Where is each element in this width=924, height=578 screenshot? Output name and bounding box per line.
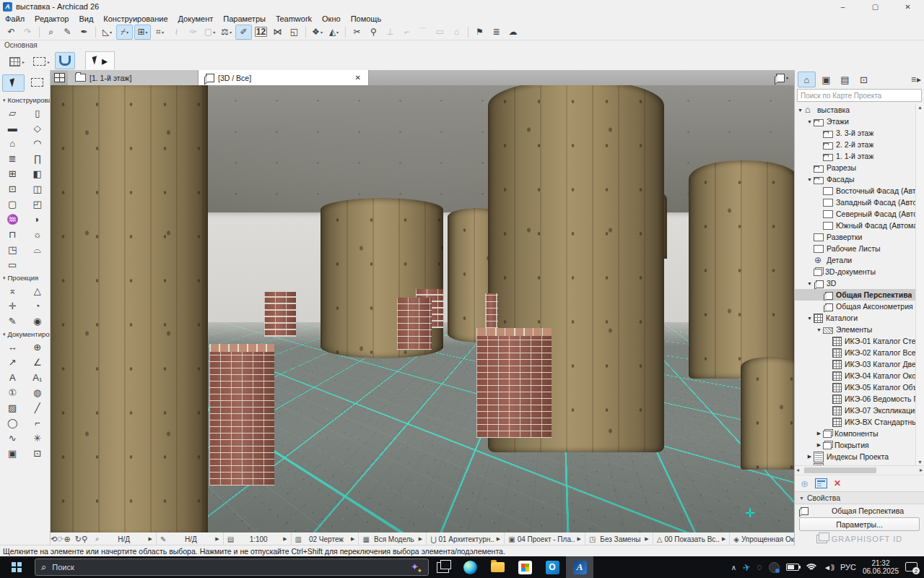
element-info-button[interactable]: ≣ — [489, 25, 504, 39]
network-status-icon[interactable] — [769, 562, 780, 573]
wood-column-left[interactable] — [51, 85, 208, 532]
tool-level-dimension[interactable]: ⊕ — [26, 340, 48, 355]
navigator-menu-button[interactable]: ≡▸ — [911, 74, 921, 85]
tool-mesh[interactable]: ♒ — [1, 212, 24, 227]
explore-walk-button[interactable]: ⚲ — [82, 535, 87, 544]
tree-item[interactable]: ИКЭ-07 Экспликация 1-й этаж — [795, 405, 916, 416]
tree-item[interactable]: ▶Компоненты — [795, 428, 916, 439]
archicad-taskbar-button[interactable]: A — [566, 556, 593, 578]
tool-wall-end[interactable]: ▭ — [1, 257, 24, 272]
tool-elevation[interactable]: △ — [26, 283, 48, 298]
tree-item[interactable]: Восточный Фасад (Автоматическ — [795, 185, 916, 197]
tree-expand-icon[interactable]: ▼ — [806, 177, 814, 182]
tree-expand-icon[interactable]: ▶ — [815, 442, 823, 448]
start-button[interactable] — [0, 556, 33, 578]
brick-pillar-5[interactable] — [476, 328, 552, 438]
tool-zone-doc[interactable]: ◍ — [26, 385, 48, 400]
3d-viewport[interactable]: ✛ — [51, 85, 794, 532]
tool-beam[interactable]: ▬ — [1, 121, 24, 136]
tool-marquee-tool[interactable] — [27, 74, 48, 90]
tree-expand-icon[interactable]: ▼ — [796, 108, 804, 113]
graphisoft-id[interactable]: GRAPHISOFT ID — [795, 532, 924, 545]
coordinate-snap-button[interactable]: ⊞▾ — [134, 25, 151, 40]
group-button[interactable]: ▢▾ — [202, 25, 217, 39]
minimize-button[interactable]: – — [827, 0, 859, 13]
snap-reference-dropdown-icon[interactable]: ▾ — [126, 30, 128, 35]
suspend-groups-dropdown-icon[interactable]: ▾ — [230, 30, 232, 35]
tool-stair[interactable]: ≣ — [1, 151, 24, 166]
menu-item-5[interactable]: Параметры — [218, 14, 271, 23]
layer-combination-dropdown-icon[interactable]: ▶ — [351, 536, 354, 542]
battery-icon[interactable] — [786, 564, 799, 571]
marquee-options-button[interactable]: ▸ — [30, 53, 53, 69]
toolset-group-dropdown-icon[interactable]: ▸ — [22, 59, 25, 64]
tool-zone-stamp[interactable]: ① — [1, 385, 24, 400]
tree-item[interactable]: Детали — [795, 254, 916, 266]
view-back-button[interactable]: ⟲ — [51, 535, 57, 544]
tool-circle-arc[interactable]: ◯ — [1, 415, 24, 431]
tree-expand-icon[interactable]: ▼ — [806, 281, 814, 286]
explorer-button[interactable] — [484, 556, 511, 578]
properties-section[interactable]: ▼ Свойства — [795, 491, 924, 504]
tree-item[interactable]: ИКЭ-ВХ Стандартный Каталог I — [795, 416, 916, 428]
current-view-setting-dropdown-icon[interactable]: ▶ — [149, 536, 152, 542]
taskbar-search[interactable]: ⌕ Поиск ✦✦ — [35, 558, 429, 576]
snap-reference-button[interactable]: ⌿▾ — [116, 25, 133, 40]
wood-column-right[interactable] — [689, 160, 794, 379]
tree-expand-icon[interactable]: ▼ — [806, 119, 814, 124]
store-button[interactable] — [511, 556, 539, 578]
maximize-button[interactable]: ▢ — [859, 0, 892, 13]
project-map-button[interactable]: ⌂ — [798, 72, 816, 87]
renovation-button[interactable]: ✐ — [235, 25, 252, 40]
brick-pillar-2[interactable] — [264, 292, 296, 337]
tool-hotspot[interactable]: ✳ — [26, 431, 48, 446]
suspend-groups-button[interactable]: ⚖▾ — [219, 25, 234, 39]
close-button[interactable]: ✕ — [892, 0, 924, 13]
toolset-group-button[interactable]: ▸ — [6, 53, 28, 69]
renovation-filter-selector[interactable]: △00 Показать Вс..▶ — [653, 532, 731, 545]
style-3d-selector[interactable]: ◈Упрощенная Ок..▶ — [730, 532, 794, 545]
tree-expand-icon[interactable]: ▼ — [815, 327, 823, 332]
tool-label[interactable]: A₁ — [26, 370, 48, 385]
view-forward-button[interactable]: ⟳ — [57, 535, 64, 544]
graphic-override-dropdown-icon[interactable]: ▶ — [645, 536, 648, 542]
inject-parameters-button[interactable]: ✒ — [77, 25, 92, 39]
tree-item[interactable]: 3. 3-й этаж — [795, 127, 916, 139]
popup-navigator-icon[interactable] — [776, 74, 785, 82]
menu-item-8[interactable]: Помощь — [346, 14, 387, 23]
current-view-setting-selector[interactable]: ⌕Н/Д▶ — [92, 532, 157, 545]
menu-item-1[interactable]: Редактор — [30, 14, 74, 23]
menu-item-3[interactable]: Конструирование — [98, 14, 173, 23]
menu-item-2[interactable]: Вид — [74, 14, 98, 23]
wood-column-right-near[interactable] — [741, 357, 794, 470]
tree-item[interactable]: 2. 2-й этаж — [795, 139, 916, 150]
rotate-ops-button[interactable]: ◭▾ — [326, 25, 341, 39]
tool-light[interactable]: ☼ — [26, 227, 48, 242]
tree-item[interactable]: Западный Фасад (Автоматически — [795, 197, 916, 208]
bounding-box-button[interactable]: ▭ — [432, 25, 448, 39]
popup-navigator-arrow[interactable]: ▾ — [786, 75, 788, 80]
align-elements-button[interactable]: ❖▾ — [310, 25, 325, 39]
gravity-button[interactable]: ⊥ — [383, 25, 398, 39]
coordinate-snap-dropdown-icon[interactable]: ▾ — [146, 30, 148, 35]
menu-item-4[interactable]: Документ — [173, 14, 219, 23]
tree-item[interactable]: ▼Фасады — [795, 173, 916, 185]
pen-selector[interactable]: ✎Н/Д▶ — [157, 532, 224, 545]
marquee-options-dropdown-icon[interactable]: ▸ — [48, 59, 50, 64]
toolbox-section-3[interactable]: ▾Документирова — [0, 329, 50, 340]
tool-detail[interactable]: ◔ — [26, 298, 48, 314]
pen-dropdown-icon[interactable]: ▶ — [215, 536, 219, 542]
tree-item[interactable]: Разрезы — [795, 162, 916, 173]
tree-item[interactable]: Общая Перспектива — [795, 289, 916, 301]
tree-expand-icon[interactable]: ▶ — [815, 431, 823, 436]
tool-column[interactable]: ▯ — [26, 105, 48, 121]
tree-item[interactable]: ИКЭ-05 Каталог Объектов — [795, 381, 916, 393]
tree-item[interactable]: Рабочие Листы — [795, 243, 916, 254]
tab-0[interactable]: [1. 1-й этаж] — [68, 70, 199, 85]
tree-expand-icon[interactable]: ▶ — [806, 454, 814, 460]
tree-vertical-scrollbar[interactable]: ▲ ▼ — [915, 104, 924, 465]
tool-text[interactable]: A — [1, 370, 24, 385]
renovation-filter-dropdown-icon[interactable]: ▶ — [722, 536, 725, 542]
tree-horizontal-scrollbar[interactable]: ◂ ▸ — [795, 465, 924, 475]
tool-polyline[interactable]: ⌐ — [26, 415, 48, 431]
